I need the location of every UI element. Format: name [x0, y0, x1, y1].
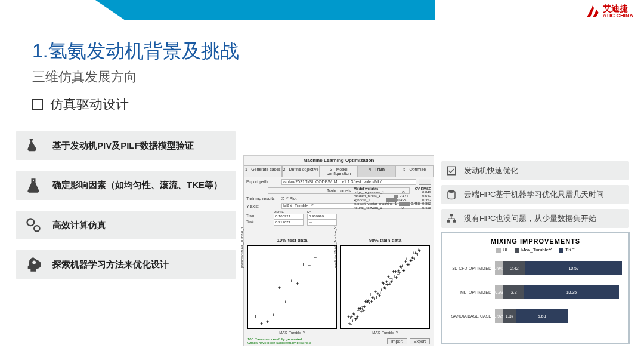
ml-wizard-tabs: 1 - Generate cases 2 - Define objective …	[244, 165, 434, 177]
card-compute: 高效计算仿真	[16, 211, 236, 239]
bar-category-label: ML- OPTIMIZED	[448, 290, 495, 294]
svg-rect-106	[447, 167, 456, 175]
left-card-column: 基于发动机PIV及PILF数据模型验证 确定影响因素（如均匀性、滚流、TKE等）…	[16, 131, 236, 290]
bar-row: 3D CFD-OPTIMIZED0.9412.4210.57	[448, 259, 623, 278]
rcard-text: 没有HPC也没问题，从少量数据集开始	[464, 214, 596, 223]
svg-rect-108	[450, 214, 453, 217]
ml-tab-config[interactable]: 3 - Model configuration	[320, 165, 358, 177]
scatter-train-title: 90% train data	[341, 238, 429, 243]
scatter-xlabel: MAX_Tumble_Y	[341, 331, 429, 334]
ml-optimization-window: Machine Learning Optimization 1 - Genera…	[243, 155, 434, 346]
train-row-label: Train:	[246, 214, 270, 220]
yaxis-label: Y axis:	[246, 204, 279, 208]
svg-text:+: +	[320, 253, 323, 259]
legend-label-tumble: Max_TumbleY	[521, 247, 552, 253]
svg-point-0	[33, 180, 34, 181]
bar-track: 0.932.310.35	[495, 285, 623, 299]
page-subtitle: 三维仿真发展方向	[32, 68, 137, 86]
svg-text:+: +	[356, 314, 359, 320]
svg-text:+: +	[278, 285, 281, 291]
rcard-text: 云端HPC基于机器学习优化只需几天时间	[464, 190, 604, 199]
ml-tab-optimize[interactable]: 5 - Optimize	[395, 165, 434, 177]
bar-segment: 5.68	[516, 309, 568, 323]
import-button[interactable]: Import	[387, 338, 407, 344]
bar-category-label: SANDIA BASE CASE	[448, 314, 495, 318]
scatter-train: 90% train data predicted MAX_Tumble_Y MA…	[340, 245, 430, 329]
ml-tab-train[interactable]: 4 - Train	[358, 165, 396, 177]
model-weights-table: Model weightsCV RMSE ridge_regression_1 …	[354, 187, 431, 210]
svg-point-3	[32, 260, 36, 264]
logo-en: ATIC CHINA	[603, 13, 633, 19]
test-row-label: Test:	[246, 220, 270, 226]
scatter-ylabel: predicted MAX_Tumble_Y	[240, 226, 244, 268]
svg-text:+: +	[418, 248, 421, 254]
bullet-text: 仿真驱动设计	[50, 96, 129, 113]
chart-legend: UI Max_TumbleY TKE	[448, 247, 623, 253]
gears-icon	[25, 217, 42, 233]
svg-text:+: +	[260, 321, 263, 327]
svg-text:+: +	[254, 313, 257, 319]
svg-text:+: +	[272, 312, 275, 318]
svg-rect-109	[447, 220, 450, 223]
rmse-grid: RMSER² Train:0.1009210.989999 Test:0.217…	[244, 210, 434, 226]
bar-segment: 2.42	[503, 261, 525, 275]
ml-window-title: Machine Learning Optimization	[244, 156, 434, 165]
beaker-icon	[25, 177, 42, 193]
legend-swatch-tke	[559, 248, 564, 253]
card-piv-pilf: 基于发动机PIV及PILF数据模型验证	[16, 131, 236, 160]
bar-segment: 10.35	[524, 285, 618, 299]
svg-text:+: +	[296, 281, 299, 287]
export-path-row: Export path: /volvo/2021/1/SI_CODES/_ML_…	[244, 177, 434, 186]
bullet-heading: 仿真驱动设计	[32, 96, 129, 113]
test-rmse-value: 0.217071	[274, 220, 304, 226]
bar-segment: 0.929	[495, 309, 503, 323]
mixing-improvements-chart: MIXING IMPROVEMENTS UI Max_TumbleY TKE 3…	[441, 232, 630, 344]
rcard-text: 发动机快速优化	[464, 166, 518, 175]
logo-cn: 艾迪捷	[603, 4, 633, 13]
scatter-test-title: 10% test data	[248, 238, 336, 243]
svg-text:+: +	[402, 268, 405, 274]
flask-pour-icon	[25, 137, 42, 154]
svg-point-2	[34, 226, 39, 231]
svg-text:+: +	[284, 299, 287, 305]
hierarchy-icon	[446, 213, 457, 224]
card-text: 基于发动机PIV及PILF数据模型验证	[52, 140, 194, 152]
svg-text:+: +	[314, 255, 317, 261]
checkbox-icon	[446, 165, 457, 176]
card-text: 高效计算仿真	[52, 219, 106, 231]
chart-title: MIXING IMPROVEMENTS	[448, 238, 623, 245]
card-text: 探索机器学习方法来优化设计	[52, 259, 169, 270]
svg-point-107	[448, 190, 455, 193]
ml-tab-generate[interactable]: 1 - Generate cases	[244, 165, 282, 177]
scatter-charts: 10% test data predicted MAX_Tumble_Y MAX…	[247, 245, 430, 329]
svg-text:+: +	[290, 278, 293, 284]
bar-segment: 10.57	[525, 261, 622, 275]
svg-point-1	[27, 219, 35, 226]
legend-label-ui: UI	[503, 247, 507, 253]
bar-row: ML- OPTIMIZED0.932.310.35	[448, 282, 623, 302]
rcard-cloud-hpc: 云端HPC基于机器学习优化只需几天时间	[441, 185, 629, 204]
bar-track: 0.9412.4210.57	[495, 261, 623, 275]
header-triangle	[95, 0, 125, 20]
database-icon	[446, 189, 457, 200]
export-path-input[interactable]: /volvo/2021/1/SI_CODES/_ML_v1.1.3/test_v…	[281, 179, 416, 185]
export-button[interactable]: Export	[410, 338, 430, 344]
rcard-no-hpc: 没有HPC也没问题，从少量数据集开始	[441, 209, 629, 228]
card-ml-explore: 探索机器学习方法来优化设计	[16, 250, 236, 279]
page-title: 1.氢氨发动机背景及挑战	[32, 38, 239, 64]
bar-segment: 0.93	[495, 285, 503, 299]
path-browse-button[interactable]: …	[419, 179, 431, 185]
svg-text:+: +	[266, 319, 269, 325]
rcard-fast-opt: 发动机快速优化	[441, 161, 629, 180]
legend-label-tke: TKE	[565, 247, 575, 253]
model-row: neural_network_1 00.438	[354, 206, 431, 210]
ml-tab-objective[interactable]: 2 - Define objective	[282, 165, 320, 177]
brain-gear-icon	[25, 256, 42, 273]
scatter-xlabel: MAX_Tumble_Y	[248, 331, 336, 334]
brand-logo: 艾迪捷 ATIC CHINA	[585, 4, 633, 19]
bar-segment: 0.941	[495, 261, 503, 275]
bar-category-label: 3D CFD-OPTIMIZED	[448, 266, 495, 270]
right-card-column: 发动机快速优化 云端HPC基于机器学习优化只需几天时间 没有HPC也没问题，从少…	[441, 161, 629, 233]
test-r2-value: —	[307, 220, 337, 226]
bar-segment: 1.37	[503, 309, 516, 323]
